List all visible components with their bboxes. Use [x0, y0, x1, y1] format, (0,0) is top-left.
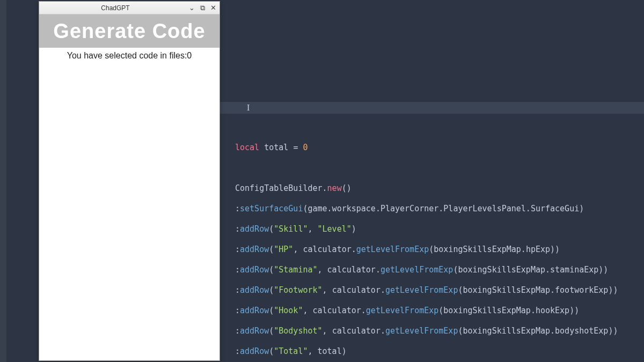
text-cursor-icon: I	[247, 103, 247, 112]
code-line[interactable]: :addRow("Stamina", calculator.getLevelFr…	[235, 265, 644, 275]
popout-icon[interactable]: ⧉	[199, 5, 206, 11]
window-title: ChadGPT	[42, 4, 188, 12]
code-line[interactable]: :setSurfaceGui(game.workspace.PlayerCorn…	[235, 204, 644, 214]
code-line[interactable]	[235, 122, 644, 132]
chevron-down-icon[interactable]: ⌄	[188, 5, 195, 11]
titlebar-controls: ⌄ ⧉ ✕	[188, 5, 216, 11]
status-text: You have selected code in files:0	[46, 51, 213, 61]
left-gutter	[0, 0, 6, 362]
code-line[interactable]: :addRow("HP", calculator.getLevelFromExp…	[235, 245, 644, 255]
code-line[interactable]: local total = 0	[235, 143, 644, 153]
keyword-local: local	[235, 143, 259, 152]
code-line[interactable]: :addRow("Bodyshot", calculator.getLevelF…	[235, 326, 644, 336]
code-line[interactable]: :addRow("Footwork", calculator.getLevelF…	[235, 285, 644, 295]
code-line[interactable]: :addRow("Skill", "Level")	[235, 224, 644, 234]
generate-code-banner[interactable]: Generate Code	[39, 14, 219, 48]
code-line[interactable]: ConfigTableBuilder.new()	[235, 183, 644, 194]
close-icon[interactable]: ✕	[210, 5, 216, 11]
plugin-body: You have selected code in files:0	[39, 48, 219, 64]
plugin-window: ChadGPT ⌄ ⧉ ✕ Generate Code You have sel…	[39, 1, 220, 361]
code-line[interactable]	[235, 163, 644, 173]
code-editor[interactable]: local total = 0 ConfigTableBuilder.new()…	[225, 0, 644, 362]
titlebar[interactable]: ChadGPT ⌄ ⧉ ✕	[39, 2, 219, 14]
code-line[interactable]: :addRow("Total", total)	[235, 346, 644, 357]
code-line[interactable]: :addRow("Hook", calculator.getLevelFromE…	[235, 306, 644, 316]
code-content[interactable]: local total = 0 ConfigTableBuilder.new()…	[225, 112, 644, 362]
